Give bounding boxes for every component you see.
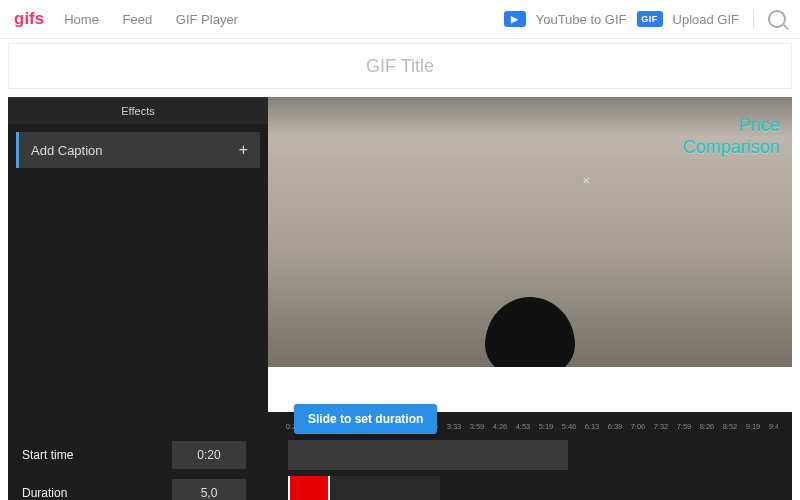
play-icon: ▶ bbox=[504, 11, 526, 27]
start-time-label: Start time bbox=[22, 448, 172, 462]
editor: Effects Add Caption + Price Comparison ✕ bbox=[8, 97, 792, 412]
divider bbox=[753, 10, 754, 28]
tab-effects[interactable]: Effects bbox=[8, 97, 268, 124]
time-tick: 8:52 bbox=[719, 422, 741, 434]
nav-home[interactable]: Home bbox=[64, 12, 99, 27]
time-tick: 7:06 bbox=[627, 422, 649, 434]
nav-feed[interactable]: Feed bbox=[123, 12, 153, 27]
time-tick: 4:53 bbox=[512, 422, 534, 434]
duration-track[interactable] bbox=[286, 476, 778, 500]
gif-title-input[interactable]: GIF Title bbox=[8, 43, 792, 89]
logo[interactable]: gifs bbox=[14, 9, 44, 29]
upload-gif-link[interactable]: Upload GIF bbox=[673, 12, 739, 27]
duration-handle[interactable] bbox=[288, 476, 330, 500]
track-segment[interactable] bbox=[288, 440, 568, 470]
duration-label: Duration bbox=[22, 486, 172, 500]
time-tick: 6:39 bbox=[604, 422, 626, 434]
plus-icon: + bbox=[239, 141, 248, 159]
nav-gif-player[interactable]: GIF Player bbox=[176, 12, 238, 27]
video-watermark: Price Comparison bbox=[683, 115, 780, 158]
add-caption-button[interactable]: Add Caption + bbox=[16, 132, 260, 168]
duration-row: Duration bbox=[22, 476, 778, 500]
time-tick: 7:32 bbox=[650, 422, 672, 434]
time-tick: 8:26 bbox=[696, 422, 718, 434]
search-icon[interactable] bbox=[768, 10, 786, 28]
duration-input[interactable] bbox=[172, 479, 246, 500]
drone-icon: ✕ bbox=[582, 175, 590, 186]
time-tick: 4:26 bbox=[489, 422, 511, 434]
youtube-to-gif-link[interactable]: YouTube to GIF bbox=[536, 12, 627, 27]
timeline-panel: 0:270:531:201:462:132:403:063:333:594:26… bbox=[8, 412, 792, 500]
start-time-track[interactable] bbox=[286, 438, 778, 472]
top-nav: gifs Home Feed GIF Player ▶ YouTube to G… bbox=[0, 0, 800, 39]
start-time-row: Start time bbox=[22, 438, 778, 472]
time-tick: 7:59 bbox=[673, 422, 695, 434]
duration-tooltip: Slide to set duration bbox=[294, 404, 437, 434]
primary-nav: Home Feed GIF Player bbox=[64, 12, 258, 27]
video-preview[interactable]: Price Comparison ✕ bbox=[268, 97, 792, 367]
time-tick: 9:19 bbox=[742, 422, 764, 434]
time-tick: 5:46 bbox=[558, 422, 580, 434]
start-time-input[interactable] bbox=[172, 441, 246, 469]
time-tick: 5:19 bbox=[535, 422, 557, 434]
time-tick: 6:13 bbox=[581, 422, 603, 434]
time-tick: 3:59 bbox=[466, 422, 488, 434]
right-nav: ▶ YouTube to GIF GIF Upload GIF bbox=[504, 10, 786, 28]
gif-badge-icon: GIF bbox=[637, 11, 663, 27]
person-silhouette bbox=[485, 297, 575, 367]
effects-sidebar: Effects Add Caption + bbox=[8, 97, 268, 412]
add-caption-label: Add Caption bbox=[31, 143, 103, 158]
time-tick: 3:33 bbox=[443, 422, 465, 434]
time-tick: 9:45 bbox=[765, 422, 778, 434]
